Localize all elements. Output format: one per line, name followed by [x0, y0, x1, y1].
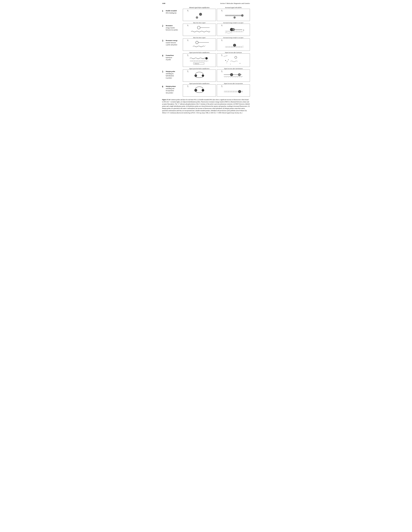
- diagram-6-left: hv: [183, 84, 216, 97]
- svg-point-99: [202, 75, 204, 77]
- diagram-4-left: hv: [183, 53, 216, 67]
- row-number-2: 2: [162, 25, 166, 27]
- row-number-6: 6: [162, 85, 166, 88]
- svg-point-137: [238, 90, 241, 93]
- svg-point-21: [233, 17, 236, 19]
- svg-point-3: [196, 16, 198, 19]
- row-number-5: 5: [162, 70, 166, 73]
- svg-point-2: [199, 13, 202, 16]
- row-1: 1 Double-strandedDNA binding dye hv: [162, 9, 250, 21]
- svg-point-121: [194, 89, 197, 92]
- row4-right-header: Signal increase after hydrolysis: [217, 52, 250, 53]
- row3-right-header: Increased energy transfer to acceptor: [217, 37, 250, 38]
- svg-point-111: [234, 77, 234, 77]
- row4-left-header: Signal quenched before amplification: [183, 52, 216, 53]
- figure-label: Figure 37-24: [162, 99, 170, 101]
- row-label-2: Resonanceenergy transferbetween two prob…: [166, 25, 183, 31]
- svg-point-108: [229, 77, 229, 77]
- row-4: 4 Exonucleasehydrolysisof probe hv: [162, 53, 250, 67]
- figure-caption: Figure 37-24 Common probes and dyes for …: [162, 99, 250, 114]
- svg-point-91: [227, 63, 227, 63]
- svg-text:→: →: [205, 45, 206, 46]
- row-2: 2 Resonanceenergy transferbetween two pr…: [162, 24, 250, 36]
- page-header: 1438 Section V Molecular Diagnostics and…: [162, 2, 250, 4]
- svg-text:→: →: [241, 91, 243, 92]
- svg-point-90: [228, 59, 229, 60]
- svg-point-52: [233, 44, 236, 47]
- svg-text:←: ←: [242, 76, 243, 77]
- diagram-3-right: hv: [217, 38, 250, 51]
- row6-left-header: Signal quenched before amplification: [183, 83, 216, 84]
- diagram-5-right: hv: [217, 69, 250, 82]
- row2-left-header: Base line donor signal: [183, 22, 216, 23]
- row6-right-header: Signal increase after incorporation: [217, 83, 250, 84]
- svg-point-68: [205, 57, 208, 59]
- svg-point-87: [235, 56, 237, 58]
- row3-left-header: Base line donor signal: [183, 37, 216, 38]
- svg-point-122: [202, 89, 204, 92]
- svg-point-114: [239, 77, 240, 77]
- diagram-2-left: hv →: [183, 24, 216, 36]
- row-label-1: Double-strandedDNA binding dye: [166, 10, 183, 14]
- page-number: 1438: [162, 2, 165, 4]
- row-label-5: Hairpin probeunfolding byhybridizationto…: [166, 70, 183, 79]
- figure-area: Minimal signal before amplification Incr…: [162, 7, 250, 114]
- svg-point-107: [227, 77, 227, 77]
- row-number-1: 1: [162, 10, 166, 12]
- section-title: Section V Molecular Diagnostics and Gene…: [220, 2, 250, 4]
- svg-line-85: [224, 56, 227, 57]
- svg-point-104: [238, 73, 241, 76]
- svg-point-88: [225, 60, 226, 61]
- row-5: 5 Hairpin probeunfolding byhybridization…: [162, 69, 250, 82]
- svg-point-109: [230, 77, 231, 77]
- row5-left-header: Signal quenched before amplification: [183, 68, 216, 69]
- diagram-1-left: hv: [183, 9, 216, 21]
- svg-point-113: [237, 77, 238, 77]
- row-3: 3 Resonance energytransfer betweena prob…: [162, 38, 250, 51]
- diagram-1-right: hv: [217, 9, 250, 21]
- svg-point-98: [194, 74, 197, 77]
- row5-right-header: Signal increase after hybridization: [217, 68, 250, 69]
- svg-point-103: [230, 73, 233, 76]
- row-6: 6 Hairpin primerunfolding andincorporati…: [162, 84, 250, 97]
- svg-point-106: [225, 77, 225, 77]
- row-label-4: Exonucleasehydrolysisof probe: [166, 54, 183, 61]
- svg-point-31: [232, 28, 235, 31]
- diagram-3-left: hv →: [183, 38, 216, 51]
- diagram-4-right: hv r: [217, 53, 250, 67]
- diagram-6-right: hv: [217, 84, 250, 97]
- svg-point-47: [196, 41, 198, 44]
- left-col-main-header: Minimal signal before amplification: [183, 7, 216, 8]
- right-col-main-header: Increased signal with dsDNA: [217, 7, 250, 8]
- svg-point-112: [236, 77, 236, 77]
- svg-point-89: [227, 61, 228, 62]
- svg-point-20: [241, 14, 244, 17]
- svg-text:→: →: [242, 45, 243, 46]
- row-label-6: Hairpin primerunfolding andincorporation…: [166, 85, 183, 94]
- diagram-5-left: hv: [183, 69, 216, 82]
- svg-point-93: [230, 64, 231, 64]
- svg-point-110: [232, 77, 232, 77]
- svg-point-115: [241, 77, 241, 77]
- row-number-3: 3: [162, 39, 166, 42]
- svg-point-24: [197, 26, 200, 29]
- row2-right-header: Increased energy transfer to acceptor: [217, 22, 250, 23]
- svg-text:X: X: [243, 29, 244, 31]
- svg-point-92: [240, 63, 240, 64]
- row-number-4: 4: [162, 54, 166, 57]
- svg-text:r: r: [227, 55, 227, 56]
- diagram-2-right: hv: [217, 24, 250, 36]
- svg-text:Polymerase: Polymerase: [194, 63, 199, 64]
- row-label-3: Resonance energytransfer betweena probe …: [166, 39, 183, 46]
- svg-text:→: →: [208, 30, 210, 31]
